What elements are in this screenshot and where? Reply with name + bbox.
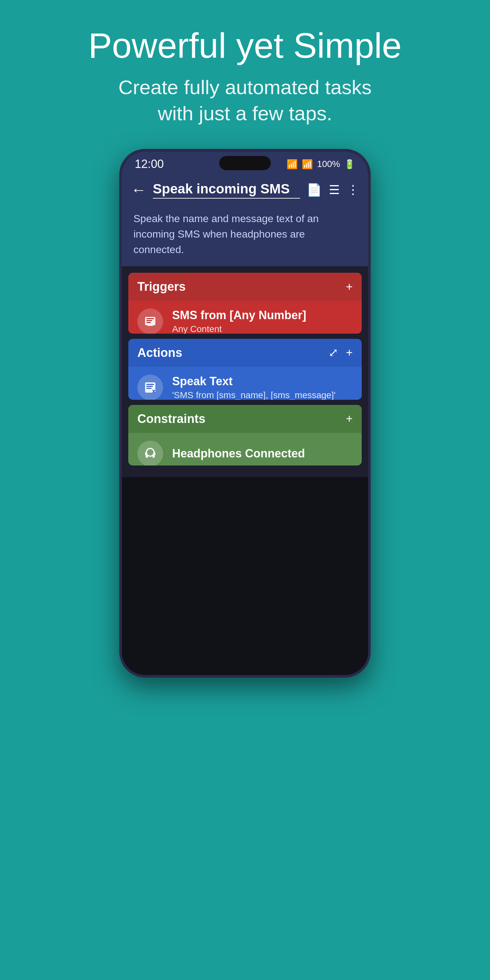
- constraints-add-button[interactable]: +: [346, 412, 353, 426]
- action-title: Speak Text: [172, 375, 336, 388]
- action-item[interactable]: Speak Text 'SMS from [sms_name], [sms_me…: [128, 367, 362, 400]
- more-icon[interactable]: ⋮: [347, 183, 359, 197]
- constraints-header: Constraints +: [128, 405, 362, 433]
- svg-rect-3: [146, 322, 151, 323]
- action-icon: [137, 375, 163, 400]
- actions-section: Actions ⤢ + Speak Text: [128, 339, 362, 400]
- triggers-label: Triggers: [137, 280, 186, 294]
- trigger-icon: [137, 309, 163, 334]
- signal-icon: 📶: [302, 159, 313, 170]
- actions-header: Actions ⤢ +: [128, 339, 362, 367]
- trigger-item[interactable]: SMS from [Any Number] Any Content: [128, 301, 362, 334]
- triggers-section: Triggers + SMS from [Any Number]: [128, 273, 362, 334]
- action-text: Speak Text 'SMS from [sms_name], [sms_me…: [172, 375, 336, 400]
- svg-rect-5: [146, 384, 154, 385]
- constraints-actions: +: [346, 412, 353, 426]
- actions-add-button[interactable]: +: [346, 346, 353, 360]
- task-description: Speak the name and message text of an in…: [122, 204, 368, 266]
- triggers-header: Triggers +: [128, 273, 362, 301]
- status-bar: 12:00 📶 📶 100% 🔋: [122, 151, 368, 175]
- hero-title: Powerful yet Simple: [88, 26, 402, 65]
- battery-icon: 🔋: [344, 159, 355, 170]
- svg-rect-6: [146, 386, 153, 387]
- hero-section: Powerful yet Simple Create fully automat…: [62, 0, 428, 139]
- actions-controls: ⤢ +: [328, 346, 353, 360]
- actions-label: Actions: [137, 346, 182, 360]
- phone-frame: 12:00 📶 📶 100% 🔋 ← Speak incoming SMS 📄 …: [119, 149, 371, 678]
- wifi-icon: 📶: [286, 159, 298, 170]
- bottom-area: [122, 477, 368, 675]
- svg-rect-7: [146, 388, 151, 389]
- constraints-section: Constraints + Headpho: [128, 405, 362, 466]
- list-icon[interactable]: ☰: [329, 183, 340, 197]
- trigger-text: SMS from [Any Number] Any Content: [172, 309, 306, 334]
- constraint-text: Headphones Connected: [172, 447, 305, 460]
- trigger-subtitle: Any Content: [172, 324, 306, 334]
- screen-content: Triggers + SMS from [Any Number]: [122, 266, 368, 477]
- constraints-label: Constraints: [137, 412, 205, 426]
- status-icons: 📶 📶 100% 🔋: [286, 159, 355, 170]
- constraint-title: Headphones Connected: [172, 447, 305, 460]
- triggers-add-button[interactable]: +: [346, 280, 353, 294]
- app-title: Speak incoming SMS: [153, 181, 300, 199]
- file-icon[interactable]: 📄: [307, 183, 322, 197]
- app-bar: ← Speak incoming SMS 📄 ☰ ⋮: [122, 175, 368, 204]
- hero-subtitle: Create fully automated taskswith just a …: [88, 75, 402, 126]
- trigger-title: SMS from [Any Number]: [172, 309, 306, 322]
- constraint-icon: [137, 441, 163, 466]
- back-button[interactable]: ←: [131, 182, 146, 197]
- status-time: 12:00: [135, 158, 164, 171]
- svg-rect-2: [146, 320, 152, 321]
- triggers-actions: +: [346, 280, 353, 294]
- app-bar-icons: 📄 ☰ ⋮: [307, 183, 359, 197]
- constraint-item[interactable]: Headphones Connected: [128, 433, 362, 466]
- svg-rect-1: [146, 318, 154, 319]
- action-subtitle: 'SMS from [sms_name], [sms_message]': [172, 390, 336, 400]
- battery-text: 100%: [317, 159, 340, 169]
- status-pill: [219, 156, 271, 170]
- actions-expand-button[interactable]: ⤢: [328, 346, 338, 360]
